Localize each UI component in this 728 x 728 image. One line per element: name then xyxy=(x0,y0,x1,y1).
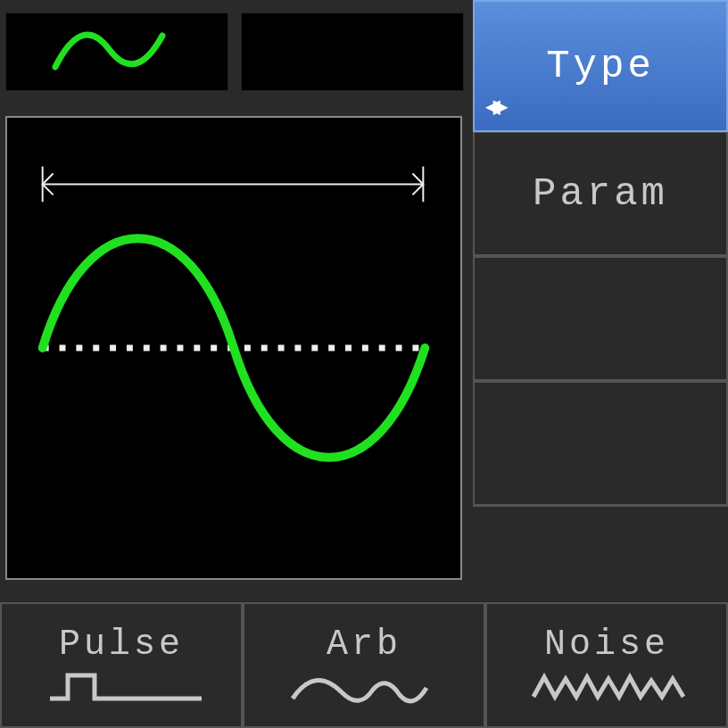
menu-item-type[interactable]: Type ◀▶ xyxy=(473,0,728,132)
right-menu: Type ◀▶ Param xyxy=(473,0,728,602)
thumbnail-channel-1[interactable] xyxy=(5,12,228,91)
sine-preview-icon xyxy=(7,118,460,578)
menu-item-param[interactable]: Param xyxy=(473,132,728,257)
button-label: Pulse xyxy=(59,625,184,665)
bottom-row: Pulse Arb Noise xyxy=(0,602,728,728)
thumbnail-channel-2[interactable] xyxy=(241,12,464,91)
arb-icon xyxy=(275,670,453,706)
left-right-indicator-icon: ◀▶ xyxy=(485,91,501,121)
waveform-preview xyxy=(5,116,462,580)
noise-icon xyxy=(517,670,696,706)
waveform-arb-button[interactable]: Arb xyxy=(243,602,485,728)
sine-icon xyxy=(6,13,229,92)
pulse-icon xyxy=(32,670,211,706)
menu-item-empty-2[interactable] xyxy=(473,382,728,507)
main-area xyxy=(0,0,473,602)
button-label: Noise xyxy=(544,625,669,665)
menu-label: Type xyxy=(546,44,655,88)
button-label: Arb xyxy=(327,625,401,665)
waveform-pulse-button[interactable]: Pulse xyxy=(0,602,243,728)
waveform-noise-button[interactable]: Noise xyxy=(485,602,728,728)
menu-item-empty-1[interactable] xyxy=(473,257,728,382)
menu-label: Param xyxy=(533,171,668,216)
thumbnail-row xyxy=(0,12,473,91)
